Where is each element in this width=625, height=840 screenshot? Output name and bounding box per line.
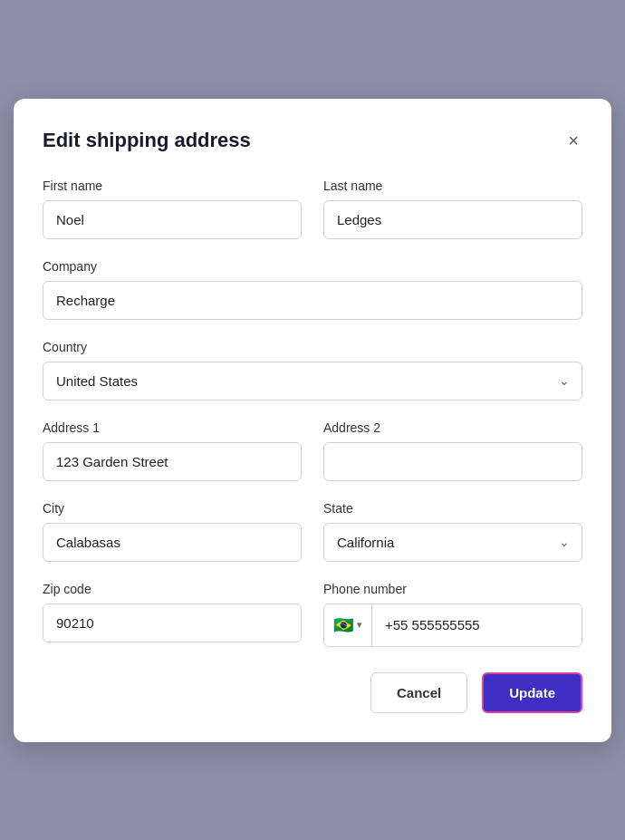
country-group: Country United States Canada United King… [43, 340, 582, 401]
city-state-row: City State California New York Texas Flo… [43, 501, 582, 562]
state-group: State California New York Texas Florida … [323, 501, 582, 562]
phone-group: Phone number 🇧🇷 ▾ [323, 582, 582, 647]
zip-input[interactable] [43, 603, 302, 642]
country-label: Country [43, 340, 582, 354]
first-name-label: First name [43, 179, 302, 193]
first-name-group: First name [43, 179, 302, 239]
modal-header: Edit shipping address × [43, 128, 582, 153]
close-button[interactable]: × [564, 128, 582, 153]
zip-label: Zip code [43, 582, 302, 596]
last-name-label: Last name [323, 179, 582, 193]
phone-flag-selector[interactable]: 🇧🇷 ▾ [324, 604, 372, 646]
edit-shipping-modal: Edit shipping address × First name Last … [14, 99, 611, 742]
modal-footer: Cancel Update [43, 672, 582, 713]
update-button[interactable]: Update [482, 672, 582, 713]
flag-icon: 🇧🇷 [333, 615, 353, 635]
address1-label: Address 1 [43, 420, 302, 435]
address1-input[interactable] [43, 442, 302, 481]
company-input[interactable] [43, 281, 582, 320]
country-select-wrapper: United States Canada United Kingdom ⌄ [43, 362, 582, 401]
phone-input-group: 🇧🇷 ▾ [323, 603, 582, 647]
city-label: City [43, 501, 302, 516]
address2-input[interactable] [323, 442, 582, 481]
address2-group: Address 2 [323, 420, 582, 481]
phone-label: Phone number [323, 582, 582, 596]
country-select[interactable]: United States Canada United Kingdom [43, 362, 582, 401]
state-label: State [323, 501, 582, 516]
address-row: Address 1 Address 2 [43, 420, 582, 481]
name-row: First name Last name [43, 179, 582, 239]
flag-dropdown-arrow: ▾ [357, 619, 362, 631]
address1-group: Address 1 [43, 420, 302, 481]
company-group: Company [43, 259, 582, 320]
phone-number-input[interactable] [372, 606, 582, 643]
zip-group: Zip code [43, 582, 302, 647]
last-name-group: Last name [323, 179, 582, 239]
state-select[interactable]: California New York Texas Florida [323, 523, 582, 562]
city-group: City [43, 501, 302, 562]
city-input[interactable] [43, 523, 302, 562]
modal-title: Edit shipping address [43, 129, 251, 152]
first-name-input[interactable] [43, 200, 302, 239]
address2-label: Address 2 [323, 420, 582, 435]
last-name-input[interactable] [323, 200, 582, 239]
state-select-wrapper: California New York Texas Florida ⌄ [323, 523, 582, 562]
cancel-button[interactable]: Cancel [370, 672, 467, 713]
country-row: Country United States Canada United King… [43, 340, 582, 401]
zip-phone-row: Zip code Phone number 🇧🇷 ▾ [43, 582, 582, 647]
modal-overlay: Edit shipping address × First name Last … [0, 0, 625, 840]
company-row: Company [43, 259, 582, 320]
company-label: Company [43, 259, 582, 274]
